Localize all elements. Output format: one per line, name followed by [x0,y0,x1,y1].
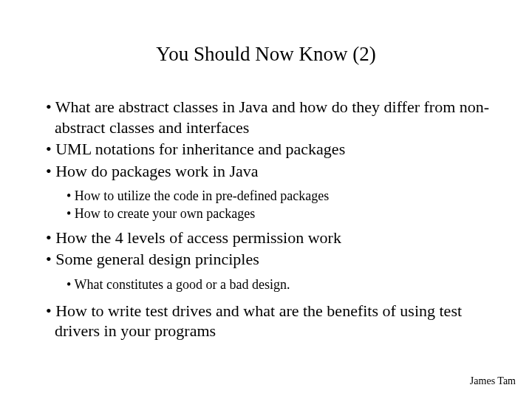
bullet-item: • UML notations for inheritance and pack… [46,139,495,160]
bullet-item: • How the 4 levels of access permission … [46,228,495,248]
slide-content: • What are abstract classes in Java and … [0,97,532,341]
sub-bullet-group: • What constitutes a good or a bad desig… [46,271,495,298]
slide: You Should Now Know (2) • What are abstr… [0,0,532,399]
footer-author: James Tam [470,375,516,387]
slide-title: You Should Now Know (2) [0,0,532,97]
bullet-item: • How do packages work in Java [46,161,495,182]
sub-bullet-item: • How to create your own packages [66,205,495,222]
bullet-item: • Some general design principles [46,249,495,270]
bullet-item: • How to write test drives and what are … [46,301,495,341]
bullet-item: • What are abstract classes in Java and … [46,97,495,137]
sub-bullet-item: • What constitutes a good or a bad desig… [66,276,495,293]
sub-bullet-item: • How to utilize the code in pre-defined… [66,187,495,205]
sub-bullet-group: • How to utilize the code in pre-defined… [46,183,495,228]
